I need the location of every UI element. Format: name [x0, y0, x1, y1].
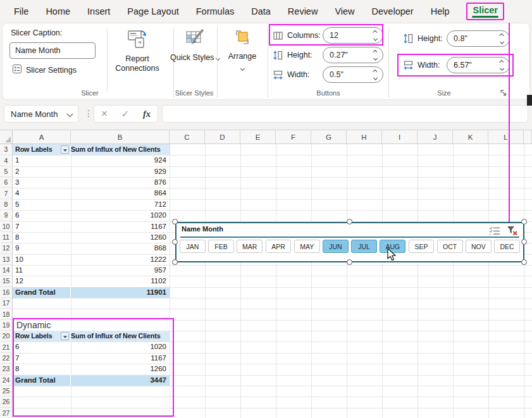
pivot-cell[interactable]: 868: [71, 243, 170, 254]
row-header-13[interactable]: 13: [0, 254, 13, 265]
selection-handle[interactable]: [172, 259, 178, 265]
row-header-8[interactable]: 8: [0, 199, 13, 210]
tab-data[interactable]: Data: [251, 4, 271, 18]
tab-slicer[interactable]: Slicer: [466, 3, 504, 20]
size-height-spinner[interactable]: [500, 34, 504, 43]
pivot-cell[interactable]: 6: [13, 210, 71, 221]
pivot-cell[interactable]: 8: [13, 232, 71, 243]
selection-handle[interactable]: [347, 259, 352, 265]
tab-help[interactable]: Help: [431, 4, 450, 18]
tab-review[interactable]: Review: [288, 4, 318, 18]
tab-home[interactable]: Home: [46, 4, 70, 18]
dynamic-label[interactable]: Dynamic: [16, 320, 51, 331]
column-header-J[interactable]: J: [418, 130, 453, 144]
row-header-26[interactable]: 26: [0, 396, 13, 407]
slicer-button-mar[interactable]: MAR: [237, 240, 263, 253]
column-header-K[interactable]: K: [453, 130, 488, 144]
row-header-4[interactable]: 4: [0, 155, 13, 166]
row-header-25[interactable]: 25: [0, 386, 13, 396]
tab-view[interactable]: View: [335, 4, 354, 18]
columns-spinner[interactable]: [374, 31, 377, 40]
enter-icon[interactable]: ✓: [121, 108, 130, 120]
column-header-A[interactable]: A: [13, 130, 71, 144]
row-header-9[interactable]: 9: [0, 210, 13, 221]
cancel-icon[interactable]: ×: [101, 108, 108, 120]
pivot-header-row-labels[interactable]: Row Labels: [13, 144, 71, 155]
pivot-cell[interactable]: 7: [13, 221, 71, 232]
selection-handle[interactable]: [347, 219, 352, 224]
row-header-16[interactable]: 16: [0, 287, 13, 298]
slicer-button-feb[interactable]: FEB: [208, 240, 234, 253]
row-header-15[interactable]: 15: [0, 276, 13, 286]
pivot-cell[interactable]: 1260: [71, 364, 170, 374]
column-header-D[interactable]: D: [205, 130, 240, 144]
dialog-launcher-icon[interactable]: [500, 88, 507, 99]
arrange-button[interactable]: Arrange: [217, 26, 268, 72]
row-header-5[interactable]: 5: [0, 166, 13, 177]
insert-function-icon[interactable]: fx: [143, 109, 151, 120]
row-header-6[interactable]: 6: [0, 177, 13, 188]
row-header-10[interactable]: 10: [0, 221, 13, 232]
pivot-cell[interactable]: 11: [13, 265, 71, 276]
slicer-button-jul[interactable]: JUL: [351, 240, 377, 253]
row-header-21[interactable]: 21: [0, 341, 13, 352]
pivot-cell[interactable]: 3447: [71, 375, 170, 386]
pivot-cell[interactable]: Grand Total: [13, 287, 71, 298]
pivot-cell[interactable]: 1167: [71, 221, 170, 232]
slicer-title[interactable]: Name Month: [182, 225, 223, 233]
column-header-G[interactable]: G: [311, 130, 347, 144]
slicer-button-may[interactable]: MAY: [294, 240, 320, 253]
tab-developer[interactable]: Developer: [372, 4, 414, 18]
pivot-cell[interactable]: 864: [71, 188, 170, 199]
size-width-spinner[interactable]: [500, 61, 504, 70]
buttons-width-input[interactable]: 0.5": [323, 66, 383, 83]
columns-input[interactable]: 12: [323, 27, 383, 44]
pivot-cell[interactable]: 2: [13, 166, 71, 177]
quick-styles-button[interactable]: Quick Styles: [170, 26, 220, 63]
buttons-width-spinner[interactable]: [374, 70, 377, 79]
tab-formulas[interactable]: Formulas: [196, 4, 234, 18]
column-header-H[interactable]: H: [347, 130, 382, 144]
tab-page-layout[interactable]: Page Layout: [127, 4, 178, 18]
month-slicer[interactable]: Name Month JANFEBMARAPRMAYJUNJULAUGSEPOC…: [175, 222, 524, 262]
select-all-corner[interactable]: [0, 130, 13, 144]
pivot-header-values[interactable]: Sum of Influx of New Clients: [71, 331, 170, 341]
slicer-button-jan[interactable]: JAN: [180, 240, 206, 253]
pivot-cell[interactable]: 6: [13, 341, 71, 352]
pivot-cell[interactable]: 929: [71, 166, 170, 177]
pivot-cell[interactable]: 1167: [71, 353, 170, 364]
tab-insert[interactable]: Insert: [87, 4, 110, 18]
selection-handle[interactable]: [521, 219, 527, 224]
tab-file[interactable]: File: [14, 4, 28, 18]
row-header-3[interactable]: 3: [0, 144, 13, 155]
row-header-22[interactable]: 22: [0, 353, 13, 364]
row-header-11[interactable]: 11: [0, 232, 13, 243]
slicer-button-aug[interactable]: AUG: [380, 240, 405, 253]
pivot-cell[interactable]: 1020: [71, 210, 170, 221]
slicer-button-apr[interactable]: APR: [266, 240, 292, 253]
selection-handle[interactable]: [521, 259, 527, 265]
row-header-17[interactable]: 17: [0, 298, 13, 309]
row-header-23[interactable]: 23: [0, 364, 13, 374]
formula-input[interactable]: [162, 105, 528, 123]
pivot-cell[interactable]: 1260: [71, 232, 170, 243]
buttons-height-spinner[interactable]: [374, 51, 377, 59]
name-box[interactable]: Name Month: [4, 105, 78, 123]
slicer-button-oct[interactable]: OCT: [437, 240, 463, 253]
column-header-B[interactable]: B: [71, 130, 170, 144]
row-header-7[interactable]: 7: [0, 188, 13, 199]
pivot-cell[interactable]: 1020: [71, 341, 170, 352]
slicer-button-jun[interactable]: JUN: [323, 240, 349, 253]
pivot-cell[interactable]: 876: [71, 177, 170, 188]
pivot-cell[interactable]: 5: [13, 199, 71, 210]
pivot-cell[interactable]: 957: [71, 265, 170, 276]
slicer-caption-input[interactable]: Name Month: [9, 42, 96, 59]
pivot-cell[interactable]: 1: [13, 155, 71, 166]
pivot-header-values[interactable]: Sum of Influx of New Clients: [71, 144, 170, 155]
column-header-F[interactable]: F: [276, 130, 311, 144]
slicer-button-sep[interactable]: SEP: [409, 240, 435, 253]
pivot-cell[interactable]: 3: [13, 177, 71, 188]
pivot-cell[interactable]: 1222: [71, 254, 170, 265]
row-header-19[interactable]: 19: [0, 320, 13, 331]
row-header-27[interactable]: 27: [0, 408, 13, 418]
